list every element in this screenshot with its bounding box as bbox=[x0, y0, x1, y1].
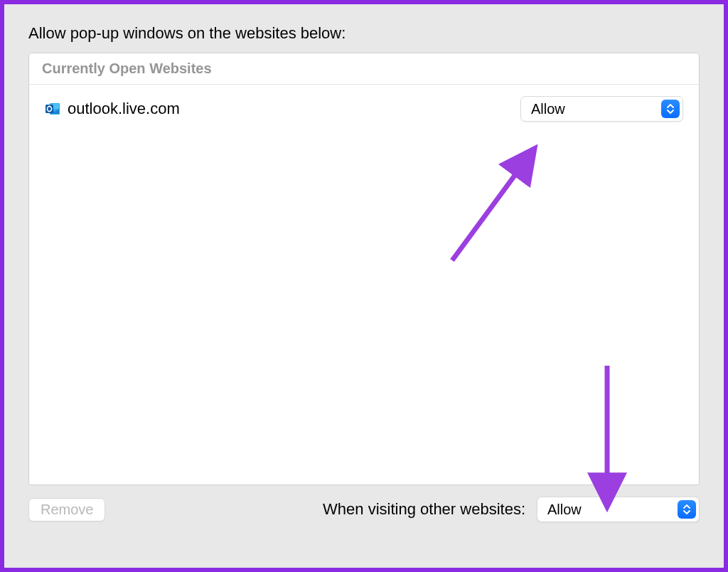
updown-chevron-icon bbox=[678, 500, 696, 519]
remove-button[interactable]: Remove bbox=[28, 498, 105, 521]
site-row[interactable]: outlook.live.com Allow bbox=[29, 85, 699, 133]
dropdown-value: Allow bbox=[531, 101, 565, 117]
site-name: outlook.live.com bbox=[68, 100, 180, 118]
pane-heading: Allow pop-up windows on the websites bel… bbox=[28, 24, 700, 43]
outlook-icon bbox=[45, 101, 60, 117]
websites-panel: Currently Open Websites outlook.live.com… bbox=[28, 53, 700, 485]
section-title: Currently Open Websites bbox=[42, 60, 686, 77]
site-row-left: outlook.live.com bbox=[45, 100, 180, 118]
preferences-pane: Allow pop-up windows on the websites bel… bbox=[0, 0, 728, 572]
updown-chevron-icon bbox=[661, 100, 680, 118]
other-sites-label: When visiting other websites: bbox=[323, 500, 525, 519]
other-sites-dropdown[interactable]: Allow bbox=[537, 497, 700, 522]
dropdown-value: Allow bbox=[547, 502, 582, 518]
footer-bar: Remove When visiting other websites: All… bbox=[28, 497, 700, 522]
section-header: Currently Open Websites bbox=[29, 53, 699, 85]
footer-right: When visiting other websites: Allow bbox=[323, 497, 700, 522]
site-permission-dropdown[interactable]: Allow bbox=[520, 96, 683, 122]
